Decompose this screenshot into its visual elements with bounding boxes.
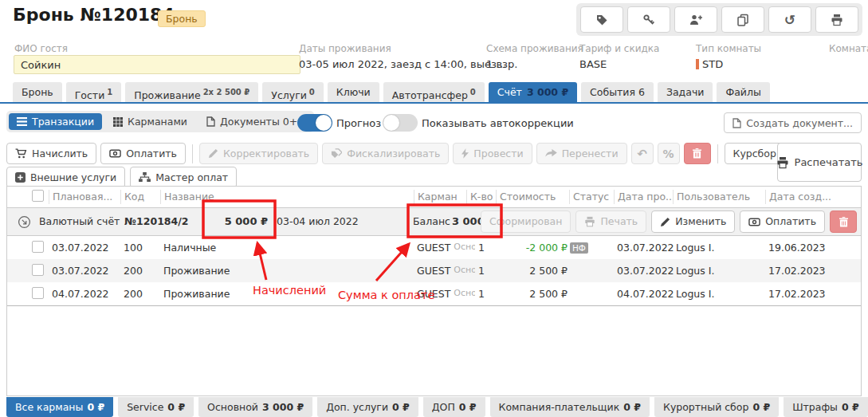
copy-button[interactable] — [721, 6, 764, 33]
cell-name: Наличные — [160, 242, 414, 254]
nf-badge: НФ — [570, 242, 588, 254]
toolbar-divider — [192, 144, 193, 163]
charge-button[interactable]: Начислить — [6, 143, 96, 164]
tab-account[interactable]: Счёт3 000 ₽ — [489, 82, 577, 102]
room-type-label: Тип комнаты — [696, 43, 761, 54]
tab-guests[interactable]: Гости1 — [66, 82, 122, 102]
account-print-button[interactable]: Печать — [575, 210, 646, 233]
pocket-tab-resort-fee[interactable]: Курортный сбор0 ₽ — [654, 397, 779, 417]
cell-pocket: GUESTОсно — [414, 288, 466, 300]
scheme-value: 1 взр. — [486, 58, 517, 70]
row-checkbox[interactable] — [32, 264, 44, 276]
banknote-icon — [109, 149, 121, 158]
cell-pocket: GUESTОсно — [414, 265, 466, 277]
page-title: Бронь №120184 — [13, 5, 175, 25]
tab-booking[interactable]: Бронь — [13, 82, 62, 102]
view-pockets-button[interactable]: Карманами — [105, 113, 195, 130]
tab-services[interactable]: Услуги0 — [262, 82, 324, 102]
cart-icon — [15, 148, 27, 159]
cell-qty: 1 — [466, 265, 496, 277]
add-guest-button[interactable] — [674, 6, 717, 33]
account-charges-total: 5 000 ₽ — [188, 208, 268, 235]
tab-transfer[interactable]: Автотрансфер0 — [383, 82, 485, 102]
account-pay-button[interactable]: Оплатить — [740, 210, 825, 233]
cell-op-date: 03.07.2022 — [614, 265, 673, 277]
history-button[interactable]: ↺ — [768, 6, 811, 33]
tag-icon — [595, 14, 608, 26]
discount-button[interactable]: % — [658, 143, 680, 164]
account-actions: Сформирован Печать Изменить Оплатить — [481, 210, 857, 233]
post-button[interactable]: Провести — [453, 143, 532, 164]
undo-button[interactable]: ↶ — [631, 143, 654, 164]
undo-icon: ↶ — [637, 147, 647, 161]
header-icon-toolbar: ↺ — [576, 3, 862, 36]
printer-icon — [584, 216, 595, 227]
transfer-button[interactable]: Перенести — [536, 143, 627, 164]
pocket-tab-fines[interactable]: Штрафы0 ₽ — [784, 397, 868, 417]
account-edit-button[interactable]: Изменить — [651, 210, 735, 233]
cell-date: 03.07.2022 — [49, 265, 120, 277]
table-row[interactable]: 03.07.2022 200 Проживание GUESTОсно 1 2 … — [7, 259, 861, 282]
account-status-button[interactable]: Сформирован — [481, 210, 571, 233]
forecast-label: Прогноз — [336, 117, 381, 129]
external-services-button[interactable]: Внешние услуги — [6, 167, 125, 188]
account-summary-row[interactable]: Валютный счёт №120184/2 5 000 ₽ 03-04 ию… — [7, 208, 861, 236]
column-header[interactable]: Плановая... — [49, 190, 120, 204]
tab-keys[interactable]: Ключи — [328, 82, 379, 102]
view-transactions-button[interactable]: Транзакции — [9, 113, 102, 130]
guest-name-input[interactable] — [14, 55, 300, 74]
list-icon — [17, 117, 27, 126]
pocket-tab-extra-services[interactable]: Доп. услуги0 ₽ — [317, 397, 418, 417]
tag-button[interactable] — [580, 6, 623, 33]
room-type-value: STD — [696, 58, 723, 70]
row-checkbox[interactable] — [32, 287, 44, 299]
pocket-tab-main[interactable]: Основной3 000 ₽ — [198, 397, 312, 417]
scheme-label: Схема проживания — [486, 43, 583, 54]
view-documents-button[interactable]: Документы 0+0 — [198, 113, 312, 130]
percent-icon: % — [663, 148, 674, 160]
cell-qty: 1 — [466, 288, 496, 300]
row-checkbox[interactable] — [32, 241, 44, 253]
column-header[interactable]: Карман — [414, 190, 466, 204]
pocket-tab-service[interactable]: Service0 ₽ — [118, 397, 194, 417]
view-switcher: Транзакции Карманами Документы 0+0 — [6, 111, 314, 132]
pocket-tab-all[interactable]: Все карманы0 ₽ — [6, 397, 113, 417]
cell-date: 03.07.2022 — [49, 242, 120, 254]
collapse-account-icon[interactable] — [18, 215, 31, 229]
column-header[interactable]: Статус — [569, 190, 614, 204]
grid-icon — [113, 117, 123, 127]
column-header[interactable]: Код — [120, 190, 160, 204]
payment-master-button[interactable]: Мастер оплат — [130, 167, 237, 188]
key-button[interactable] — [627, 6, 670, 33]
room-type-color-bar — [696, 59, 699, 69]
correct-button[interactable]: Корректировать — [199, 143, 318, 164]
column-header[interactable]: Пользователь — [673, 190, 765, 204]
create-document-button[interactable]: Создать документ... — [724, 112, 862, 133]
column-header[interactable]: К-во — [466, 190, 496, 204]
extra-actions-row: Внешние услуги Мастер оплат — [6, 167, 237, 188]
account-type: Валютный счёт — [39, 208, 120, 235]
pocket-tab-dop[interactable]: ДОП0 ₽ — [423, 397, 485, 417]
pocket-tab-company-payer[interactable]: Компания-плательщик0 ₽ — [490, 397, 650, 417]
column-header[interactable]: Дата созд... — [765, 190, 861, 204]
delete-button[interactable] — [684, 143, 711, 164]
autocorrections-toggle[interactable] — [383, 114, 418, 132]
tab-events[interactable]: События 6 — [581, 82, 654, 102]
print-account-button[interactable]: Распечатать — [777, 143, 862, 182]
column-header[interactable]: Дата про... — [614, 190, 673, 204]
forecast-toggle[interactable] — [297, 114, 332, 132]
tab-stay[interactable]: Проживание2х 2 500 ₽ — [125, 82, 258, 102]
account-delete-button[interactable] — [830, 210, 857, 233]
forecast-toggle-group: Прогноз — [297, 114, 381, 132]
tab-files[interactable]: Файлы — [717, 82, 769, 102]
table-row[interactable]: 03.07.2022 100 Наличные GUESTОсно 1 -2 0… — [7, 236, 861, 259]
pay-button[interactable]: Оплатить — [100, 143, 186, 164]
fiscalize-button[interactable]: Фискализировать — [322, 143, 449, 164]
table-row[interactable]: 04.07.2022 200 Проживание GUESTОсно 1 2 … — [7, 282, 861, 305]
cell-user: Logus I. — [673, 265, 765, 277]
column-header[interactable]: Стоимость — [496, 190, 569, 204]
print-button[interactable] — [815, 6, 858, 33]
tab-tasks[interactable]: Задачи — [658, 82, 713, 102]
column-header[interactable]: Название — [160, 190, 414, 204]
select-all-checkbox[interactable] — [32, 190, 44, 202]
